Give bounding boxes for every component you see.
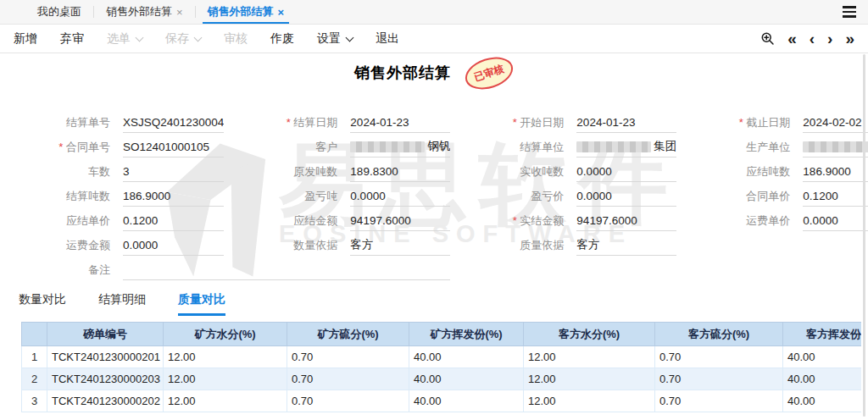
actual-amount-input[interactable]: 94197.6000 [576, 211, 676, 231]
freight-price-input[interactable]: 0.0000 [803, 211, 868, 231]
field-quality-basis: 质量依据客方 [470, 233, 697, 257]
field-settlement-date: 结算日期2024-01-23 [244, 110, 470, 135]
field-remark: 备注 [17, 257, 470, 282]
table-row[interactable]: 1 TCKT2401230000201 12.00 0.70 40.00 12.… [22, 346, 862, 368]
toolbar: 新增 弃审 选单 保存 审核 作废 设置 退出 « ‹ › » [0, 25, 868, 53]
settlement-date-input[interactable]: 2024-01-23 [350, 113, 450, 133]
field-settlement-no: 结算单号XSJSQ2401230004 [17, 110, 244, 135]
zoom-in-icon[interactable] [760, 31, 775, 46]
field-gain-loss-tons: 盈亏吨0.0000 [244, 184, 470, 208]
audit-button[interactable]: 审核 [224, 31, 248, 47]
col-mine-volatile[interactable]: 矿方挥发份(%) [409, 323, 524, 346]
freight-amount-input[interactable]: 0.0000 [123, 235, 224, 256]
save-dropdown-button[interactable]: 保存 [165, 31, 201, 47]
settlement-form: 结算单号XSJSQ2401230004 结算日期2024-01-23 开始日期2… [0, 92, 868, 282]
close-icon[interactable]: × [176, 7, 183, 18]
col-customer-volatile[interactable]: 客方挥发份(%) [783, 323, 862, 346]
field-original-tons: 原发吨数189.8300 [244, 159, 470, 184]
redacted-block [576, 141, 651, 152]
due-amount-input[interactable]: 94197.6000 [350, 211, 450, 231]
hamburger-menu-icon[interactable] [843, 0, 856, 24]
tab-sales-external-settlement-1[interactable]: 销售外部结算 × [94, 0, 195, 24]
received-tons-input[interactable]: 0.0000 [576, 162, 676, 182]
field-gain-loss-price: 盈亏价0.0000 [470, 184, 697, 208]
tab-label: 销售外部结算 [106, 4, 172, 19]
field-due-tons: 应结吨数186.9000 [697, 159, 868, 184]
previous-record-icon[interactable]: ‹ [810, 30, 815, 47]
original-tons-input[interactable]: 189.8300 [350, 162, 450, 182]
settled-tons-input[interactable]: 186.9000 [123, 186, 224, 207]
field-contract-no: 合同单号SO12401000105 [17, 135, 244, 159]
field-settlement-unit: 结算单位集团 [470, 135, 697, 159]
contract-no-input[interactable]: SO12401000105 [123, 137, 224, 158]
col-customer-moisture[interactable]: 客方水分(%) [524, 323, 655, 346]
field-quantity-basis: 数量依据客方 [244, 233, 470, 257]
table-row[interactable]: 3 TCKT2401230000202 12.00 0.70 40.00 12.… [22, 390, 862, 412]
redacted-block [350, 141, 425, 152]
tab-settlement-detail[interactable]: 结算明细 [98, 292, 146, 316]
field-due-amount: 应结金额94197.6000 [244, 208, 470, 233]
redacted-block [803, 141, 868, 152]
detail-tab-bar: 数量对比 结算明细 质量对比 [0, 292, 868, 316]
last-record-icon[interactable]: » [845, 30, 854, 47]
contract-price-input[interactable]: 0.1200 [803, 186, 868, 207]
void-button[interactable]: 作废 [270, 31, 294, 47]
tab-label: 我的桌面 [37, 4, 81, 19]
first-record-icon[interactable]: « [787, 30, 797, 47]
quantity-basis-input[interactable]: 客方 [350, 235, 450, 256]
app-window: 我的桌面 销售外部结算 × 销售外部结算 × 新增 弃审 选单 保存 审核 作废… [0, 0, 868, 420]
field-actual-amount: 实结金额94197.6000 [470, 208, 697, 233]
new-button[interactable]: 新增 [14, 31, 37, 47]
field-received-tons: 实收吨数0.0000 [470, 159, 697, 184]
gain-loss-price-input[interactable]: 0.0000 [576, 186, 676, 207]
field-due-price: 应结单价0.1200 [17, 208, 244, 233]
due-tons-input[interactable]: 186.9000 [803, 162, 868, 182]
audited-status-stamp: 已审核 [461, 51, 517, 94]
next-record-icon[interactable]: › [827, 30, 832, 47]
vertical-scrollbar[interactable] [863, 54, 865, 417]
record-navigation: « ‹ › » [760, 30, 854, 47]
field-truck-count: 车数3 [17, 159, 244, 184]
tab-sales-external-settlement-2[interactable]: 销售外部结算 × [196, 0, 297, 24]
field-production-unit: 生产单位分公司 [697, 135, 868, 159]
field-freight-price: 运费单价0.0000 [697, 208, 868, 233]
col-customer-sulfur[interactable]: 客方硫分(%) [655, 323, 783, 346]
exit-button[interactable]: 退出 [376, 31, 399, 47]
form-spacer [697, 233, 868, 257]
start-date-input[interactable]: 2024-01-23 [576, 113, 676, 133]
close-icon[interactable]: × [278, 7, 285, 18]
settlement-no-input[interactable]: XSJSQ2401230004 [123, 113, 224, 133]
due-price-input[interactable]: 0.1200 [123, 211, 224, 231]
chevron-down-icon [346, 33, 354, 41]
col-weighbill-no[interactable]: 磅单编号 [47, 323, 164, 346]
title-bar: 销售外部结算 已审核 [0, 53, 868, 92]
field-end-date: 截止日期2024-02-02 [697, 110, 868, 135]
production-unit-input[interactable]: 分公司 [803, 137, 868, 158]
remark-input[interactable] [123, 260, 450, 280]
field-settled-tons: 结算吨数186.9000 [17, 184, 244, 208]
window-tab-bar: 我的桌面 销售外部结算 × 销售外部结算 × [0, 0, 868, 25]
quality-comparison-table: 磅单编号 矿方水分(%) 矿方硫分(%) 矿方挥发份(%) 客方水分(%) 客方… [21, 322, 861, 412]
col-mine-sulfur[interactable]: 矿方硫分(%) [287, 323, 409, 346]
field-start-date: 开始日期2024-01-23 [470, 110, 697, 135]
chevron-down-icon [136, 33, 144, 41]
tab-quantity-comparison[interactable]: 数量对比 [19, 292, 66, 316]
field-freight-amount: 运费金额0.0000 [17, 233, 244, 257]
field-contract-price: 合同单价0.1200 [697, 184, 868, 208]
quality-basis-input[interactable]: 客方 [576, 235, 676, 256]
gain-loss-tons-input[interactable]: 0.0000 [350, 186, 450, 207]
select-order-dropdown-button[interactable]: 选单 [107, 31, 142, 47]
col-row-number [22, 323, 47, 346]
truck-count-input[interactable]: 3 [123, 162, 224, 182]
end-date-input[interactable]: 2024-02-02 [803, 113, 868, 133]
tab-label: 销售外部结算 [208, 4, 274, 19]
col-mine-moisture[interactable]: 矿方水分(%) [164, 323, 287, 346]
tab-my-desktop[interactable]: 我的桌面 [25, 0, 93, 24]
table-header-row: 磅单编号 矿方水分(%) 矿方硫分(%) 矿方挥发份(%) 客方水分(%) 客方… [22, 323, 862, 346]
tab-quality-comparison[interactable]: 质量对比 [178, 292, 225, 316]
table-row[interactable]: 2 TCKT2401230000203 12.00 0.70 40.00 12.… [22, 368, 862, 390]
cancel-audit-button[interactable]: 弃审 [60, 31, 84, 47]
settings-dropdown-button[interactable]: 设置 [317, 31, 353, 47]
customer-input[interactable]: 钢钒 [350, 137, 450, 158]
settlement-unit-input[interactable]: 集团 [576, 137, 676, 158]
